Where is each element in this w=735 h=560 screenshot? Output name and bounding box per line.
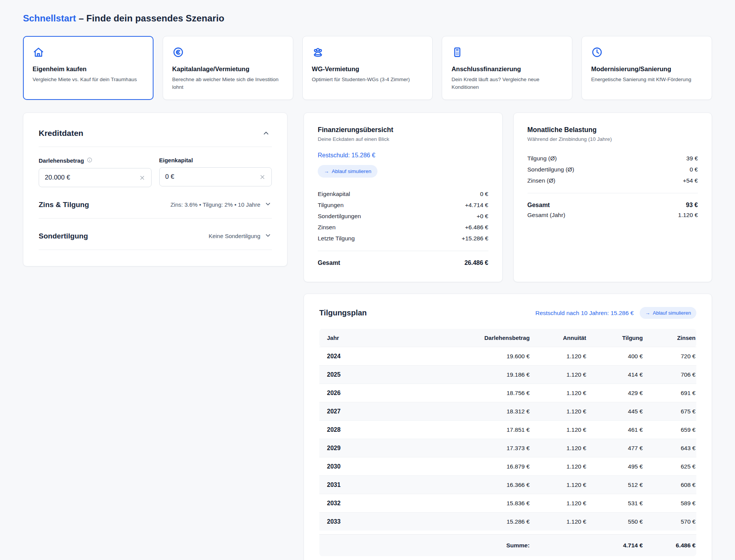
collapse-button[interactable] [260,127,272,139]
page-title-highlight: Schnellstart [23,13,76,23]
card-title: Eigenheim kaufen [33,65,144,73]
cell-darlehensbetrag: 17.373 € [395,439,531,457]
scenario-card-anschlussfinanzierung[interactable]: Anschlussfinanzierung Dein Kredit läuft … [442,36,572,100]
table-row: 203116.366 €1.120 €512 €608 € [319,476,696,494]
scenario-card-wg-vermietung[interactable]: WG-Vermietung Optimiert für Studenten-WG… [302,36,433,100]
table-row: 202817.851 €1.120 €461 €659 € [319,421,696,439]
row-value: +54 € [683,177,698,184]
sondertilgung-value: Keine Sondertilgung [209,233,260,239]
divider [39,147,272,147]
kreditdaten-title: Kreditdaten [39,129,83,138]
table-row: 202618.756 €1.120 €429 €691 € [319,384,696,402]
zins-tilgung-label: Zins & Tilgung [39,201,89,209]
finanzierung-row: Sondertilgungen+0 € [318,211,488,222]
cell-tilgung: 512 € [587,476,644,494]
cell-tilgung: 495 € [587,457,644,476]
card-description: Vergleiche Miete vs. Kauf für dein Traum… [33,76,144,83]
card-description: Optimiert für Studenten-WGs (3-4 Zimmer) [312,76,423,83]
cell-tilgung: 400 € [587,347,644,366]
total-value: 93 € [686,202,698,209]
ablauf-simulieren-label: Ablauf simulieren [653,310,691,316]
card-title: Kapitalanlage/Vermietung [172,65,284,73]
table-row: 202419.600 €1.120 €400 €720 € [319,347,696,366]
cell-annuitaet: 1.120 € [531,439,587,457]
cell-zinsen: 608 € [644,476,696,494]
cell-jahr: 2029 [319,439,395,457]
table-row: 203215.836 €1.120 €531 €589 € [319,494,696,513]
cell-zinsen: 720 € [644,347,696,366]
finanzierung-rows: Eigenkapital0 € Tilgungen+4.714 € Sonder… [318,188,488,244]
page: Schnellstart – Finde dein passendes Szen… [0,0,735,560]
cell-tilgung: 531 € [587,494,644,513]
users-icon [312,46,423,60]
home-icon [33,46,144,60]
table-row: 202519.186 €1.120 €414 €706 € [319,366,696,384]
column-header-annuitaet: Annuität [531,329,587,347]
cell-darlehensbetrag: 17.851 € [395,421,531,439]
page-title: Schnellstart – Finde dein passendes Szen… [23,13,712,24]
sondertilgung-label: Sondertilgung [39,232,88,240]
eigenkapital-input[interactable] [165,173,258,181]
column-header-zinsen: Zinsen [644,329,696,347]
monatliche-belastung-panel: Monatliche Belastung Während der Zinsbin… [513,113,712,282]
table-row: 202917.373 €1.120 €477 €643 € [319,439,696,457]
finanzierungsuebersicht-panel: Finanzierungsübersicht Deine Eckdaten au… [304,113,503,282]
cell-darlehensbetrag: 16.879 € [395,457,531,476]
row-label: Sondertilgung (Ø) [528,166,574,173]
cell-zinsen: 706 € [644,366,696,384]
scenario-card-eigenheim[interactable]: Eigenheim kaufen Vergleiche Miete vs. Ka… [23,36,154,100]
table-header-row: Jahr Darlehensbetrag Annuität Tilgung Zi… [319,329,696,347]
cell-jahr: 2025 [319,366,395,384]
cell-darlehensbetrag: 18.756 € [395,384,531,402]
row-label: Sondertilgungen [318,213,361,220]
finanzierung-row: Letzte Tilgung+15.286 € [318,233,488,244]
arrow-right-icon: → [645,310,650,316]
belastung-rows: Tilgung (Ø)39 € Sondertilgung (Ø)0 € Zin… [528,153,698,186]
cell-annuitaet: 1.120 € [531,366,587,384]
restschuld-nach-10-jahren-link[interactable]: Restschuld nach 10 Jahren: 15.286 € [535,310,634,317]
row-value: 0 € [480,191,488,198]
column-header-tilgung: Tilgung [587,329,644,347]
row-value: +4.714 € [465,202,488,209]
cell-annuitaet: 1.120 € [531,347,587,366]
cell-annuitaet: 1.120 € [531,513,587,531]
total-year-label: Gesamt (Jahr) [528,212,565,219]
ablauf-simulieren-button[interactable]: → Ablauf simulieren [640,307,696,319]
ablauf-simulieren-button[interactable]: → Ablauf simulieren [318,165,377,178]
clear-darlehensbetrag-button[interactable] [138,173,147,182]
page-title-rest: – Finde dein passendes Szenario [78,13,224,23]
tilgungsplan-title: Tilgungsplan [319,309,367,317]
row-label: Zinsen (Ø) [528,177,555,184]
monatliche-belastung-title: Monatliche Belastung [528,126,698,134]
cell-tilgung: 550 € [587,513,644,531]
summe-row: Summe: 4.714 € 6.486 € [319,534,696,556]
finanzierungsuebersicht-subtitle: Deine Eckdaten auf einen Blick [318,136,488,142]
clear-eigenkapital-button[interactable] [258,173,267,181]
cell-annuitaet: 1.120 € [531,457,587,476]
card-title: Anschlussfinanzierung [451,65,563,73]
tilgungsplan-panel: Tilgungsplan Restschuld nach 10 Jahren: … [304,294,712,560]
cell-darlehensbetrag: 19.186 € [395,366,531,384]
divider [528,193,698,193]
cell-zinsen: 625 € [644,457,696,476]
darlehensbetrag-input[interactable] [45,174,138,181]
belastung-row: Tilgung (Ø)39 € [528,153,698,164]
sondertilgung-row[interactable]: Sondertilgung Keine Sondertilgung [39,232,272,250]
cell-zinsen: 659 € [644,421,696,439]
restschuld-link[interactable]: Restschuld: 15.286 € [318,152,375,159]
zins-tilgung-row[interactable]: Zins & Tilgung Zins: 3.6% • Tilgung: 2% … [39,200,272,219]
cell-jahr: 2030 [319,457,395,476]
scenario-card-modernisierung[interactable]: Modernisierung/Sanierung Energetische Sa… [581,36,712,100]
cell-tilgung: 477 € [587,439,644,457]
cell-zinsen: 570 € [644,513,696,531]
scenario-card-kapitalanlage[interactable]: Kapitalanlage/Vermietung Berechne ab wel… [163,36,293,100]
cell-darlehensbetrag: 16.366 € [395,476,531,494]
row-label: Zinsen [318,224,336,231]
table-row: 203016.879 €1.120 €495 €625 € [319,457,696,476]
info-icon[interactable] [87,157,93,164]
cell-jahr: 2027 [319,402,395,421]
eigenkapital-input-wrap [159,167,272,186]
cell-darlehensbetrag: 15.836 € [395,494,531,513]
cell-jahr: 2033 [319,513,395,531]
row-label: Tilgung (Ø) [528,155,557,162]
